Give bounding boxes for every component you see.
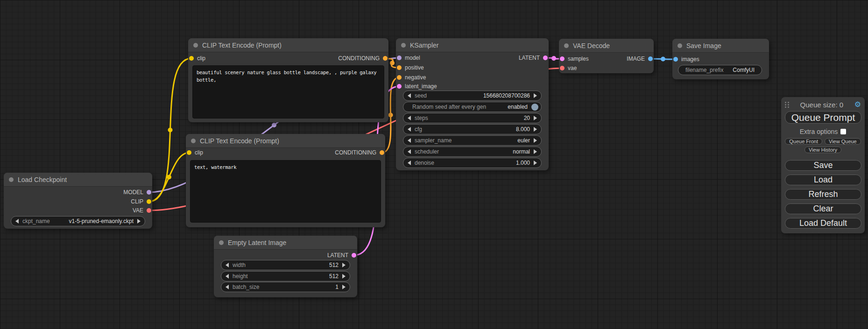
conditioning-port-icon[interactable] [397, 65, 402, 70]
input-latent-image[interactable]: latent_image [397, 82, 437, 91]
input-negative[interactable]: negative [397, 73, 426, 82]
extra-options-checkbox[interactable] [840, 129, 846, 134]
node-ksampler[interactable]: KSampler model positive negative latent_… [396, 38, 549, 170]
image-port-icon[interactable] [673, 57, 678, 62]
refresh-button[interactable]: Refresh [785, 189, 861, 200]
output-conditioning[interactable]: CONDITIONING [335, 148, 384, 157]
load-default-button[interactable]: Load Default [785, 218, 861, 229]
decrement-arrow-icon[interactable] [226, 285, 229, 289]
height-widget[interactable]: height 512 [221, 271, 350, 281]
collapse-dot-icon[interactable] [564, 43, 569, 48]
filename-prefix-widget[interactable]: filename_prefix ComfyUI [678, 65, 762, 75]
clip-port-icon[interactable] [189, 56, 194, 61]
conditioning-port-icon[interactable] [383, 56, 388, 61]
output-model[interactable]: MODEL [123, 188, 151, 197]
prev-arrow-icon[interactable] [15, 219, 19, 224]
latent-port-icon[interactable] [352, 253, 356, 258]
collapse-dot-icon[interactable] [219, 240, 224, 245]
steps-widget[interactable]: steps 20 [403, 113, 542, 123]
collapse-dot-icon[interactable] [401, 43, 406, 48]
image-port-icon[interactable] [648, 56, 653, 61]
cfg-widget[interactable]: cfg 8.000 [403, 124, 542, 134]
node-header[interactable]: Save Image [672, 39, 769, 53]
next-arrow-icon[interactable] [137, 219, 141, 224]
clear-button[interactable]: Clear [785, 203, 861, 214]
input-positive[interactable]: positive [397, 63, 424, 72]
model-port-icon[interactable] [147, 190, 151, 195]
latent-port-icon[interactable] [543, 56, 548, 60]
node-header[interactable]: CLIP Text Encode (Prompt) [188, 38, 388, 52]
node-save-image[interactable]: Save Image images filename_prefix ComfyU… [672, 39, 769, 79]
next-arrow-icon[interactable] [534, 138, 537, 143]
collapse-dot-icon[interactable] [191, 139, 196, 143]
clip-port-icon[interactable] [147, 199, 151, 204]
increment-arrow-icon[interactable] [534, 116, 537, 120]
scheduler-widget[interactable]: scheduler normal [403, 147, 542, 157]
increment-arrow-icon[interactable] [342, 285, 346, 289]
model-port-icon[interactable] [397, 56, 402, 60]
vae-port-icon[interactable] [560, 66, 565, 70]
batch-size-widget[interactable]: batch_size 1 [221, 282, 350, 292]
decrement-arrow-icon[interactable] [408, 127, 411, 132]
increment-arrow-icon[interactable] [534, 93, 537, 98]
prompt-textarea[interactable]: text, watermark [190, 160, 381, 223]
clip-port-icon[interactable] [187, 150, 191, 155]
denoise-widget[interactable]: denoise 1.000 [403, 158, 542, 168]
save-button[interactable]: Save [785, 160, 861, 171]
node-clip-encode-positive[interactable]: CLIP Text Encode (Prompt) clip CONDITION… [188, 38, 388, 122]
drag-handle-icon[interactable] [785, 102, 789, 108]
increment-arrow-icon[interactable] [342, 263, 346, 267]
output-clip[interactable]: CLIP [131, 197, 151, 206]
decrement-arrow-icon[interactable] [408, 161, 411, 165]
node-vae-decode[interactable]: VAE Decode samples vae IMAGE [559, 39, 654, 73]
input-clip[interactable]: clip [187, 148, 203, 157]
conditioning-port-icon[interactable] [380, 150, 384, 155]
collapse-dot-icon[interactable] [9, 177, 14, 182]
decrement-arrow-icon[interactable] [226, 263, 229, 267]
node-load-checkpoint[interactable]: Load Checkpoint MODEL CLIP VAE ckpt_name… [4, 173, 152, 229]
input-vae[interactable]: vae [560, 63, 577, 73]
node-header[interactable]: Load Checkpoint [4, 173, 152, 187]
collapse-dot-icon[interactable] [677, 43, 682, 48]
increment-arrow-icon[interactable] [534, 161, 537, 165]
seed-widget[interactable]: seed 156680208700286 [403, 91, 542, 101]
node-header[interactable]: Empty Latent Image [214, 236, 357, 250]
collapse-dot-icon[interactable] [193, 43, 198, 48]
view-queue-button[interactable]: View Queue [825, 138, 861, 145]
ckpt-name-widget[interactable]: ckpt_name v1-5-pruned-emaonly.ckpt [11, 216, 145, 226]
node-empty-latent-image[interactable]: Empty Latent Image LATENT width 512 heig… [214, 236, 357, 297]
gear-icon[interactable]: ⚙ [854, 101, 861, 108]
latent-port-icon[interactable] [397, 84, 402, 89]
latent-port-icon[interactable] [560, 56, 565, 61]
node-header[interactable]: CLIP Text Encode (Prompt) [186, 134, 385, 148]
output-conditioning[interactable]: CONDITIONING [338, 54, 388, 63]
input-model[interactable]: model [397, 53, 420, 63]
node-header[interactable]: VAE Decode [559, 39, 654, 53]
input-images[interactable]: images [673, 55, 699, 64]
queue-prompt-button[interactable]: Queue Prompt [785, 111, 861, 124]
queue-front-button[interactable]: Queue Front [785, 138, 822, 145]
input-samples[interactable]: samples [560, 54, 589, 63]
view-history-button[interactable]: View History [804, 147, 841, 153]
random-seed-widget[interactable]: Random seed after every gen enabled [403, 102, 542, 112]
output-latent[interactable]: LATENT [327, 251, 356, 260]
prev-arrow-icon[interactable] [408, 138, 411, 143]
prev-arrow-icon[interactable] [408, 149, 411, 154]
sampler-name-widget[interactable]: sampler_name euler [403, 135, 542, 146]
output-vae[interactable]: VAE [133, 206, 151, 215]
vae-port-icon[interactable] [147, 208, 151, 213]
node-header[interactable]: KSampler [396, 38, 549, 52]
decrement-arrow-icon[interactable] [226, 274, 229, 279]
input-clip[interactable]: clip [189, 54, 205, 63]
output-image[interactable]: IMAGE [627, 54, 653, 63]
prompt-textarea[interactable]: beautiful scenery nature glass bottle la… [192, 65, 384, 119]
node-clip-encode-negative[interactable]: CLIP Text Encode (Prompt) clip CONDITION… [186, 134, 385, 227]
conditioning-port-icon[interactable] [397, 75, 402, 80]
decrement-arrow-icon[interactable] [408, 116, 411, 120]
output-latent[interactable]: LATENT [519, 53, 548, 63]
decrement-arrow-icon[interactable] [408, 93, 411, 98]
toggle-icon[interactable] [531, 104, 538, 111]
next-arrow-icon[interactable] [534, 149, 537, 154]
load-button[interactable]: Load [785, 175, 861, 185]
increment-arrow-icon[interactable] [534, 127, 537, 132]
